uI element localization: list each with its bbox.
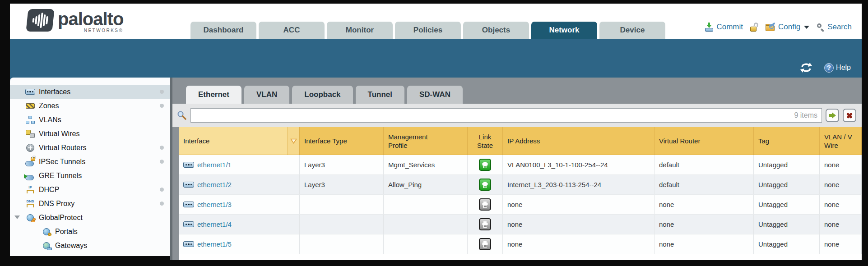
interface-icon [183, 162, 194, 168]
nav-tab-network[interactable]: Network [531, 22, 597, 39]
sidebar-item-zones[interactable]: Zones [10, 99, 170, 113]
gre-tunnels-icon [25, 171, 35, 180]
filter-input-wrap: 9 items [190, 108, 822, 123]
tab-ethernet[interactable]: Ethernet [186, 86, 241, 104]
interface-link[interactable]: ethernet1/4 [197, 220, 232, 228]
table-row: ethernet1/2Layer3Allow_PingInternet_L3_2… [179, 175, 862, 195]
interface-icon [183, 202, 194, 207]
link-state-cell [468, 195, 503, 214]
commit-label: Commit [716, 23, 743, 32]
tag-cell: Untagged [754, 155, 820, 174]
search-icon [817, 23, 825, 31]
interface-icon [183, 241, 194, 247]
virtual-router-cell: none [654, 195, 754, 214]
sidebar-item-label: Virtual Wires [39, 130, 79, 138]
interface-type-cell: Layer3 [300, 175, 384, 194]
sidebar-item-gateways[interactable]: Gateways [10, 238, 170, 252]
tab-sd-wan[interactable]: SD-WAN [407, 86, 463, 104]
column-header-interface-type[interactable]: Interface Type [300, 127, 384, 155]
top-header: paloalto NETWORKS® DashboardACCMonitorPo… [10, 4, 862, 39]
dns-proxy-icon: DNS [25, 199, 35, 208]
column-header-label: Interface [183, 137, 283, 145]
column-header-label: Tag [758, 137, 815, 145]
nav-tab-device[interactable]: Device [599, 22, 665, 39]
nav-tab-acc[interactable]: ACC [259, 22, 325, 39]
search-button[interactable]: Search [817, 23, 852, 32]
column-header-virtual-router[interactable]: Virtual Router [654, 127, 754, 155]
vlan-vwire-cell: none [820, 215, 862, 234]
interface-type-cell: Layer3 [300, 155, 384, 174]
sidebar-item-label: VLANs [39, 116, 61, 124]
column-header-management-profile[interactable]: ManagementProfile [384, 127, 468, 155]
nav-tab-objects[interactable]: Objects [463, 22, 529, 39]
refresh-icon[interactable] [800, 62, 812, 73]
brand-name: paloalto [58, 9, 123, 29]
nav-tab-monitor[interactable]: Monitor [327, 22, 393, 39]
vlan-vwire-cell: none [820, 195, 862, 214]
column-header-label: VLAN / V [824, 133, 857, 141]
sidebar-item-globalprotect[interactable]: GlobalProtect [10, 211, 170, 225]
ip-address-cell: none [503, 195, 654, 214]
column-header-link-state[interactable]: LinkState [468, 127, 503, 155]
commit-button[interactable]: Commit [705, 23, 743, 32]
sidebar-item-label: GlobalProtect [39, 214, 83, 222]
sidebar-item-ipsec-tunnels[interactable]: IPSec Tunnels [10, 155, 170, 169]
tab-loopback[interactable]: Loopback [292, 86, 353, 104]
interface-link[interactable]: ethernet1/3 [197, 201, 232, 208]
interface-link[interactable]: ethernet1/5 [197, 240, 232, 248]
interface-link[interactable]: ethernet1/1 [197, 161, 232, 169]
link-state-cell [468, 155, 503, 174]
interface-link[interactable]: ethernet1/2 [197, 181, 232, 188]
secondary-band: ? Help [10, 39, 862, 78]
sidebar-item-label: GRE Tunnels [39, 172, 82, 180]
interfaces-icon [25, 87, 35, 96]
lock-icon[interactable] [750, 23, 758, 32]
clear-filter-button[interactable] [843, 109, 856, 122]
management-profile-cell [384, 215, 468, 234]
gateways-icon [42, 241, 51, 250]
column-header-label: Virtual Router [659, 137, 749, 145]
main-nav-tabs: DashboardACCMonitorPoliciesObjectsNetwor… [190, 22, 665, 39]
items-count: 9 items [794, 111, 817, 119]
config-label: Config [778, 23, 800, 32]
filter-input[interactable] [191, 109, 822, 122]
config-menu-button[interactable]: Config [766, 23, 809, 32]
tab-tunnel[interactable]: Tunnel [356, 86, 404, 104]
table-row: ethernet1/4nonenoneUntaggednone [179, 215, 862, 234]
sidebar-bottom-bar [10, 256, 170, 260]
nav-tab-dashboard[interactable]: Dashboard [190, 22, 256, 39]
paloalto-logo: paloalto NETWORKS® [27, 9, 123, 33]
main-area: InterfacesZonesVLANsVirtual WiresVirtual… [10, 78, 862, 260]
sidebar-item-virtual-routers[interactable]: Virtual Routers [10, 141, 170, 155]
sidebar-item-label: Interfaces [39, 88, 70, 96]
tab-vlan[interactable]: VLAN [244, 86, 289, 104]
nav-tab-policies[interactable]: Policies [395, 22, 461, 39]
ip-address-cell: Internet_L3_203-0-113-254--24 [503, 175, 654, 194]
sidebar-item-portals[interactable]: Portals [10, 225, 170, 238]
zones-icon [25, 101, 35, 110]
ipsec-tunnels-icon [25, 157, 35, 166]
sidebar-item-virtual-wires[interactable]: Virtual Wires [10, 127, 170, 141]
column-header-vlan-v-wire[interactable]: VLAN / VWire [820, 127, 862, 155]
interface-icon [183, 221, 194, 227]
search-label: Search [827, 23, 852, 32]
vlan-vwire-cell: none [820, 175, 862, 194]
sidebar-item-label: IPSec Tunnels [39, 158, 85, 166]
sidebar-item-dns-proxy[interactable]: DNSDNS Proxy [10, 197, 170, 211]
sidebar-item-dhcp[interactable]: IPDHCP [10, 183, 170, 197]
sidebar-item-gre-tunnels[interactable]: GRE Tunnels [10, 169, 170, 183]
column-header-ip-address[interactable]: IP Address [503, 127, 654, 155]
sidebar-item-interfaces[interactable]: Interfaces [10, 85, 170, 99]
column-header-tag[interactable]: Tag [754, 127, 820, 155]
expander-triangle-icon[interactable] [14, 216, 20, 219]
column-header-interface[interactable]: Interface [179, 127, 288, 155]
help-icon: ? [824, 63, 834, 73]
sidebar-item-vlans[interactable]: VLANs [10, 113, 170, 127]
apply-filter-button[interactable] [826, 109, 839, 122]
sort-dropdown-button[interactable] [288, 127, 300, 155]
table-row: ethernet1/3nonenoneUntaggednone [179, 195, 862, 215]
management-profile-cell [384, 234, 468, 254]
sidebar-item-label: Zones [39, 102, 59, 110]
table-header-row: InterfaceInterface TypeManagementProfile… [179, 127, 862, 155]
help-button[interactable]: ? Help [824, 63, 851, 73]
